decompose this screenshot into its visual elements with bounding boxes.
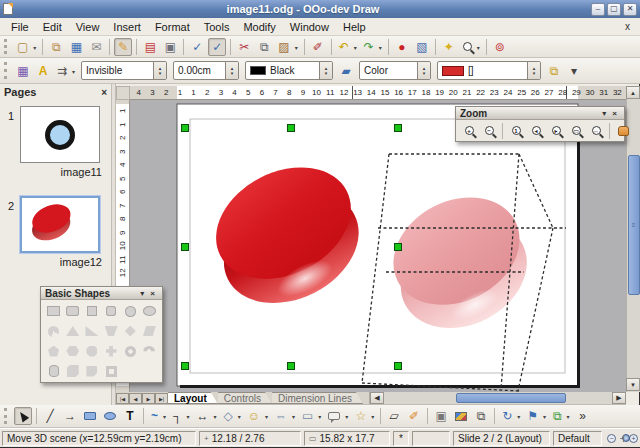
zoom-slider[interactable]: − + bbox=[607, 434, 638, 443]
tab-dimension-lines[interactable]: Dimension Lines bbox=[272, 392, 363, 404]
gallery-tool[interactable] bbox=[452, 407, 470, 425]
first-page-button[interactable]: |◀ bbox=[116, 393, 129, 404]
stars-tool[interactable]: ☆ bbox=[352, 407, 376, 425]
shadow-button[interactable]: ⧉ bbox=[545, 62, 563, 80]
fill-style-spinner[interactable] bbox=[417, 62, 430, 79]
curve-tool[interactable]: ~ bbox=[148, 407, 168, 425]
zoom-entire-page-button[interactable]: ▭ bbox=[567, 122, 585, 140]
zoom-palette[interactable]: Zoom ▾ × +−1◂▸▭↔ bbox=[455, 106, 625, 142]
fontwork-gallery-button[interactable]: A bbox=[34, 62, 52, 80]
toolbar-grip[interactable] bbox=[4, 62, 9, 80]
clone-formatting-button[interactable]: ✐ bbox=[309, 38, 327, 56]
zoom-in-icon[interactable]: + bbox=[629, 434, 638, 443]
trapezoid-shape-button[interactable] bbox=[101, 324, 120, 338]
basic-shapes-palette[interactable]: Basic Shapes ▾ × bbox=[40, 286, 163, 383]
undo-button[interactable]: ↶ bbox=[336, 38, 359, 56]
palette-close-icon[interactable]: × bbox=[147, 289, 158, 298]
auto-spellcheck-button[interactable]: ✓ bbox=[208, 38, 226, 56]
line-style-spinner[interactable] bbox=[153, 62, 166, 79]
arrow-style-button[interactable]: ⇉ bbox=[54, 62, 77, 80]
line-width-spinner[interactable] bbox=[225, 62, 238, 79]
basic-shapes-titlebar[interactable]: Basic Shapes ▾ × bbox=[41, 287, 162, 300]
status-page-style[interactable]: Default bbox=[553, 431, 602, 446]
right-triangle-shape-button[interactable] bbox=[82, 324, 101, 338]
close-button[interactable]: ✕ bbox=[623, 3, 637, 16]
page-thumbnail[interactable] bbox=[20, 196, 100, 253]
zoom-out-button[interactable]: − bbox=[480, 122, 498, 140]
toolbar-options-button[interactable]: ▾ bbox=[565, 62, 583, 80]
next-page-button[interactable]: ▶ bbox=[142, 393, 155, 404]
line-tool[interactable]: ╱ bbox=[41, 407, 59, 425]
drawing-canvas[interactable] bbox=[130, 100, 626, 392]
insert-picture-tool[interactable]: ▣ bbox=[432, 407, 450, 425]
edit-file-button[interactable]: ✎ bbox=[114, 38, 132, 56]
save-button[interactable]: ▦ bbox=[67, 38, 85, 56]
fill-style-combo[interactable]: Color bbox=[359, 61, 431, 80]
ellipse-shape-button[interactable] bbox=[140, 304, 159, 318]
lines-arrows-tool[interactable]: ↔ bbox=[194, 407, 219, 425]
selection-handle[interactable] bbox=[395, 125, 402, 132]
toolbar-grip[interactable] bbox=[4, 408, 9, 423]
zoom-button[interactable] bbox=[460, 38, 482, 56]
menu-format[interactable]: Format bbox=[148, 20, 197, 34]
cube-shape-button[interactable] bbox=[63, 364, 82, 378]
circle-shape-button[interactable] bbox=[121, 304, 140, 318]
palette-close-icon[interactable]: × bbox=[609, 109, 620, 118]
spelling-button[interactable]: ✓ bbox=[188, 38, 206, 56]
page-list-item-image11[interactable]: 1image11 bbox=[0, 106, 112, 194]
zoom-page-width-button[interactable]: ↔ bbox=[587, 122, 605, 140]
points-tool[interactable]: ▱ bbox=[385, 407, 403, 425]
frame-shape-button[interactable] bbox=[101, 364, 120, 378]
styles-button[interactable]: ▦ bbox=[14, 62, 32, 80]
navigator-button[interactable]: ✦ bbox=[440, 38, 458, 56]
scroll-down-button[interactable]: ▼ bbox=[626, 378, 640, 391]
line-style-combo[interactable]: Invisible bbox=[81, 61, 167, 80]
menu-view[interactable]: View bbox=[69, 20, 107, 34]
zoom-palette-titlebar[interactable]: Zoom ▾ × bbox=[456, 107, 624, 120]
previous-page-button[interactable]: ◀ bbox=[129, 393, 142, 404]
menu-tools[interactable]: Tools bbox=[197, 20, 237, 34]
menu-file[interactable]: File bbox=[4, 20, 36, 34]
last-page-button[interactable]: ▶| bbox=[155, 393, 168, 404]
menu-edit[interactable]: Edit bbox=[36, 20, 69, 34]
page-thumbnail[interactable] bbox=[20, 106, 100, 163]
horizontal-ruler[interactable]: 4321123456789101112131415161718192021222… bbox=[130, 86, 626, 100]
toolbar-grip[interactable] bbox=[4, 39, 9, 54]
folded-corner-shape-button[interactable] bbox=[82, 364, 101, 378]
fill-color-spinner[interactable] bbox=[527, 62, 540, 79]
chart-button[interactable]: ● bbox=[393, 38, 411, 56]
arrange-tool[interactable]: ⧉ bbox=[550, 407, 572, 425]
diamond-shape-button[interactable] bbox=[121, 324, 140, 338]
tab-layout[interactable]: Layout bbox=[168, 392, 218, 404]
block-arc-shape-button[interactable] bbox=[140, 344, 159, 358]
line-color-spinner[interactable] bbox=[319, 62, 332, 79]
help-button[interactable]: ⊚ bbox=[491, 38, 509, 56]
basic-shapes-tool[interactable]: ◇ bbox=[221, 407, 243, 425]
page-list-item-image12[interactable]: 2image12 bbox=[0, 196, 112, 284]
selection-handle[interactable] bbox=[288, 125, 295, 132]
line-width-field[interactable]: 0.00cm bbox=[173, 61, 239, 80]
ring-shape-button[interactable] bbox=[121, 344, 140, 358]
close-document-button[interactable]: x bbox=[619, 21, 636, 32]
text-tool[interactable]: T bbox=[121, 407, 139, 425]
selection-handle[interactable] bbox=[288, 363, 295, 370]
print-button[interactable]: ▣ bbox=[161, 38, 179, 56]
zoom-previous-button[interactable]: ◂ bbox=[527, 122, 545, 140]
palette-menu-icon[interactable]: ▾ bbox=[599, 109, 609, 118]
menu-insert[interactable]: Insert bbox=[106, 20, 148, 34]
horizontal-scroll-thumb[interactable] bbox=[456, 393, 566, 403]
clone-tool[interactable]: ⧉ bbox=[472, 407, 490, 425]
selection-handle[interactable] bbox=[395, 244, 402, 251]
toolbar-overflow-button[interactable]: » bbox=[574, 407, 592, 425]
copy-button[interactable]: ⧉ bbox=[255, 38, 273, 56]
paste-button[interactable]: ▨ bbox=[275, 38, 299, 56]
block-arrows-tool[interactable]: ⇔ bbox=[272, 407, 297, 425]
square-shape-button[interactable] bbox=[82, 304, 101, 318]
callouts-tool[interactable] bbox=[325, 407, 350, 425]
hexagon-shape-button[interactable] bbox=[63, 344, 82, 358]
email-button[interactable]: ✉ bbox=[87, 38, 105, 56]
flowchart-tool[interactable]: ▭ bbox=[299, 407, 323, 425]
export-pdf-button[interactable]: ▤ bbox=[141, 38, 159, 56]
titlebar[interactable]: image11.odg - OOo-dev Draw – ▢ ✕ bbox=[0, 0, 640, 18]
pages-panel-close-icon[interactable]: × bbox=[101, 87, 107, 98]
